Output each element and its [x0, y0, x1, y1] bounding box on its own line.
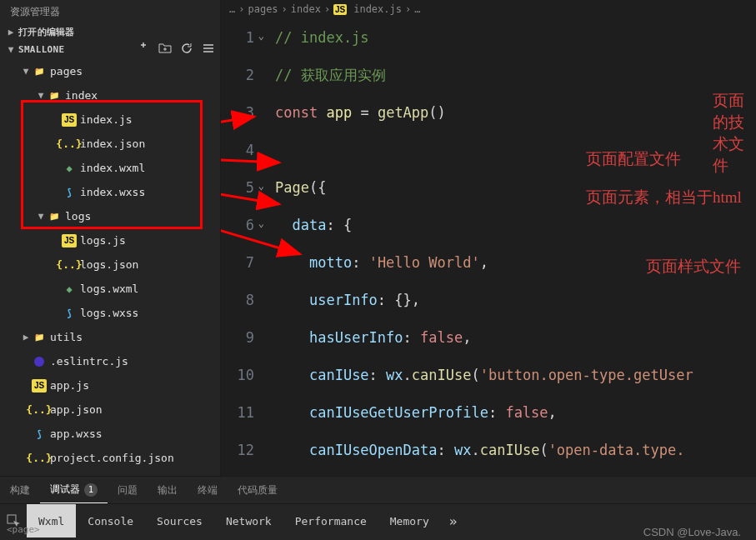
folder-icon: 📁	[32, 331, 47, 344]
code-line[interactable]: Page({	[275, 177, 756, 214]
code-editor[interactable]: 1⌄2345⌄6⌄789101112 // index.js// 获取应用实例c…	[221, 18, 756, 476]
fold-icon[interactable]: ⌄	[258, 178, 264, 194]
tree-item-label: logs.wxss	[80, 307, 138, 319]
tree-item-label: project.config.json	[50, 452, 174, 464]
chevron-right-icon: ›	[324, 3, 330, 15]
panel-tab-问题[interactable]: 问题	[108, 477, 148, 503]
file-logs.js[interactable]: JSlogs.js	[3, 228, 220, 252]
tree-item-label: app.wxss	[50, 428, 103, 440]
file-logs.wxml[interactable]: ◆logs.wxml	[3, 277, 220, 301]
panel-tab-构建[interactable]: 构建	[0, 477, 40, 503]
js-file-icon: JS	[62, 234, 77, 248]
json-file-icon: {..}	[62, 138, 77, 151]
wxss-file-icon: ⟆	[62, 186, 77, 199]
open-editors-header[interactable]: ▶ 打开的编辑器	[0, 24, 220, 40]
chevron-down-icon: ▼	[35, 211, 47, 222]
project-header[interactable]: ▼ SMALLONE	[0, 40, 220, 59]
panel-tab-代码质量[interactable]: 代码质量	[228, 477, 288, 503]
file-app.wxss[interactable]: ⟆app.wxss	[3, 422, 220, 446]
refresh-icon[interactable]	[180, 42, 193, 58]
chevron-down-icon: ▼	[35, 90, 47, 101]
new-folder-icon[interactable]	[158, 42, 172, 58]
breadcrumb-part[interactable]: index	[291, 3, 321, 15]
explorer-toolbar	[137, 42, 215, 58]
tree-item-label: index.json	[80, 138, 145, 150]
code-line[interactable]: motto: 'Hello World',	[275, 252, 756, 289]
folder-pages[interactable]: ▼📁pages	[3, 59, 220, 83]
collapse-all-icon[interactable]	[202, 42, 215, 58]
code-line[interactable]: // 获取应用实例	[275, 64, 756, 102]
code-line[interactable]: data: {	[275, 214, 756, 252]
chevron-down-icon: ▼	[20, 66, 32, 77]
panel-tab-label: 构建	[10, 483, 30, 498]
explorer-title: 资源管理器	[0, 0, 220, 24]
json-file-icon: {..}	[31, 476, 46, 477]
code-line[interactable]: const app = getApp()	[275, 102, 756, 139]
file-index.js[interactable]: JSindex.js	[3, 108, 220, 132]
code-line[interactable]: hasUserInfo: false,	[275, 327, 756, 364]
panel-tab-调试器[interactable]: 调试器1	[40, 477, 108, 503]
chevron-right-icon: ›	[282, 3, 288, 15]
panel-tab-终端[interactable]: 终端	[188, 477, 228, 503]
tree-item-label: index	[65, 89, 98, 102]
js-file-icon: JS	[62, 113, 77, 127]
tree-item-label: logs	[65, 210, 91, 222]
chevron-down-icon: ▼	[5, 44, 17, 55]
tree-item-label: logs.json	[80, 258, 138, 271]
tree-item-label: app.js	[50, 379, 89, 392]
wxss-file-icon: ⟆	[62, 307, 77, 320]
panel-tab-label: 调试器	[50, 482, 80, 497]
folder-icon: 📁	[32, 65, 47, 78]
code-line[interactable]: canIUse: wx.canIUse('button.open-type.ge…	[275, 364, 756, 402]
code-line[interactable]: canIUseOpenData: wx.canIUse('open-data.t…	[275, 439, 756, 476]
fold-icon[interactable]: ⌄	[258, 28, 264, 44]
file-app.js[interactable]: JSapp.js	[3, 373, 220, 398]
wxss-file-icon: ⟆	[32, 428, 47, 441]
json-file-icon: {..}	[62, 258, 77, 272]
file-.eslintrc.js[interactable]: .eslintrc.js	[3, 349, 220, 373]
tree-item-label: utils	[50, 331, 83, 343]
editor-area: … › pages › index › JS index.js › … 1⌄23…	[221, 0, 756, 476]
code-line[interactable]	[275, 139, 756, 177]
code-line[interactable]: // index.js	[275, 27, 756, 64]
tree-item-label: logs.js	[80, 234, 126, 247]
tree-item-label: index.wxml	[80, 162, 145, 174]
tree-item-label: index.wxss	[80, 186, 145, 198]
js-file-icon: JS	[333, 4, 347, 15]
code-line[interactable]: userInfo: {},	[275, 289, 756, 327]
breadcrumb-more: …	[414, 3, 420, 15]
breadcrumb[interactable]: … › pages › index › JS index.js › …	[221, 0, 756, 18]
panel-tab-label: 代码质量	[238, 483, 278, 498]
folder-icon: 📁	[47, 89, 62, 102]
panel-tabs: 构建调试器1问题输出终端代码质量	[0, 477, 756, 504]
tree-item-label: logs.wxml	[80, 282, 138, 295]
tree-item-label: app.json	[50, 403, 103, 416]
new-file-icon[interactable]	[137, 42, 150, 58]
tree-item-label: index.js	[80, 113, 133, 126]
file-index.wxss[interactable]: ⟆index.wxss	[3, 180, 220, 204]
json-file-icon: {..}	[32, 403, 47, 417]
tree-item-label: .eslintrc.js	[50, 355, 128, 368]
js-file-icon: JS	[32, 379, 47, 392]
code-content[interactable]: // index.js// 获取应用实例const app = getApp()…	[263, 18, 756, 476]
file-project.config.json[interactable]: {..}project.config.json	[3, 446, 220, 470]
file-index.wxml[interactable]: ◆index.wxml	[3, 156, 220, 180]
file-project.private.config.js...[interactable]: {..}project.private.config.js...	[3, 470, 220, 476]
file-index.json[interactable]: {..}index.json	[3, 132, 220, 156]
panel-tab-输出[interactable]: 输出	[148, 477, 188, 503]
folder-utils[interactable]: ▶📁utils	[3, 325, 220, 349]
file-logs.json[interactable]: {..}logs.json	[3, 252, 220, 277]
folder-index[interactable]: ▼📁index	[3, 83, 220, 108]
chevron-right-icon: ›	[405, 3, 411, 15]
chevron-right-icon: ▶	[20, 332, 32, 342]
breadcrumb-part[interactable]: pages	[248, 3, 278, 15]
badge: 1	[84, 483, 98, 497]
code-line[interactable]: canIUseGetUserProfile: false,	[275, 402, 756, 439]
file-logs.wxss[interactable]: ⟆logs.wxss	[3, 301, 220, 325]
fold-icon[interactable]: ⌄	[258, 216, 264, 232]
file-app.json[interactable]: {..}app.json	[3, 398, 220, 422]
breadcrumb-part[interactable]: index.js	[353, 3, 402, 15]
tree-item-label: pages	[50, 65, 83, 78]
wxml-file-icon: ◆	[62, 282, 77, 296]
folder-logs[interactable]: ▼📁logs	[3, 204, 220, 228]
